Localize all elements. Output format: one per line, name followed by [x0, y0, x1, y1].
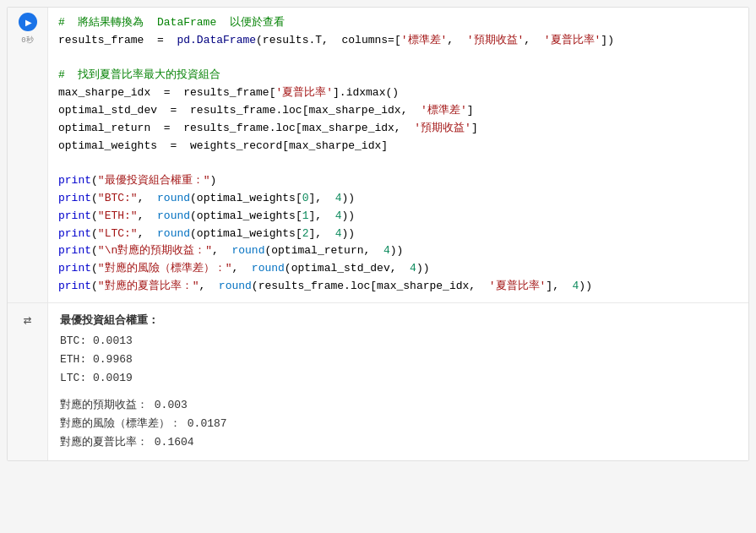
- code-line-10: print: [58, 209, 91, 222]
- code-line-14: print: [58, 280, 91, 292]
- comment-line-1: # 將結果轉換為 DataFrame 以便於查看: [58, 16, 285, 29]
- output-sharpe: 對應的夏普比率： 0.1604: [60, 433, 737, 452]
- output-eth: ETH: 0.9968: [60, 351, 737, 369]
- code-line-7: optimal_weights = weights_record[max_sha…: [58, 139, 388, 152]
- code-area[interactable]: # 將結果轉換為 DataFrame 以便於查看 results_frame =…: [48, 8, 748, 302]
- output-icon: ⇄: [24, 312, 32, 329]
- output-gutter: ⇄: [8, 303, 48, 461]
- code-line-5: optimal_std_dev = results_frame.loc[max_…: [58, 104, 474, 117]
- code-line-11: print: [58, 227, 91, 240]
- output-return: 對應的預期收益： 0.003: [60, 396, 737, 415]
- output-btc: BTC: 0.0013: [60, 332, 737, 351]
- output-cell: ⇄ 最優投資組合權重： BTC: 0.0013 ETH: 0.9968 LTC:…: [8, 303, 748, 461]
- code-line-6: optimal_return = results_frame.loc[max_s…: [58, 122, 478, 134]
- run-button[interactable]: [19, 13, 37, 31]
- cell-timing: 0秒: [21, 35, 33, 46]
- output-blank: [60, 388, 737, 396]
- output-area: 最優投資組合權重： BTC: 0.0013 ETH: 0.9968 LTC: 0…: [48, 303, 748, 461]
- code-line-9: print: [58, 192, 91, 204]
- code-line-13: print: [58, 262, 91, 275]
- output-ltc: LTC: 0.0019: [60, 369, 737, 388]
- notebook-cell: 0秒 # 將結果轉換為 DataFrame 以便於查看 results_fram…: [7, 7, 749, 461]
- output-title: 最優投資組合權重：: [60, 312, 737, 330]
- code-line-8: print: [58, 174, 91, 187]
- comment-line-3: # 找到夏普比率最大的投資組合: [58, 68, 220, 81]
- cell-gutter: 0秒: [8, 8, 48, 302]
- code-line-2: results_frame = pd.DataFrame(results.T, …: [58, 34, 614, 46]
- code-cell: 0秒 # 將結果轉換為 DataFrame 以便於查看 results_fram…: [8, 8, 748, 303]
- code-line-4: max_sharpe_idx = results_frame['夏普比率'].i…: [58, 86, 399, 99]
- code-line-12: print: [58, 244, 91, 257]
- output-risk: 對應的風險（標準差）： 0.0187: [60, 415, 737, 433]
